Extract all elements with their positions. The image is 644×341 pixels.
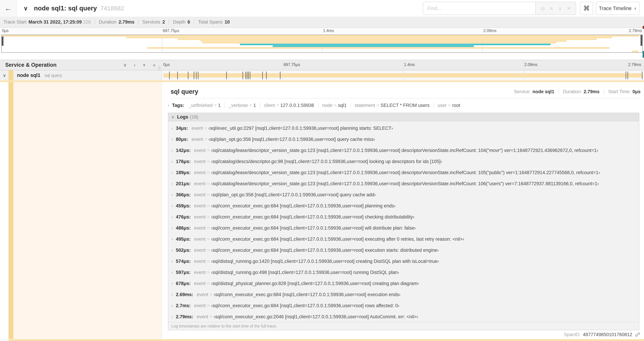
tag-value: root [452, 103, 460, 108]
detail-meta-separator [558, 89, 559, 94]
expand-all-icon[interactable]: » [153, 62, 156, 68]
collapse-all-icon[interactable]: ∨∨ [143, 64, 146, 66]
log-marker-tick[interactable] [248, 72, 249, 79]
log-marker-tick[interactable] [628, 72, 628, 79]
span-color-strip [8, 70, 13, 80]
log-marker-tick[interactable] [226, 72, 227, 79]
detail-color-strip [8, 82, 13, 339]
minimap-right-drag-handle[interactable] [640, 35, 642, 46]
minimap-span-bar [273, 45, 474, 47]
log-entry-row[interactable]: ›366μs:event=‹sql/plan_opt.go:358 [nsql1… [168, 189, 639, 200]
scrollbar-mark [642, 51, 644, 58]
log-entry-row[interactable]: ›34μs:event=‹sql/exec_util.go:2297 [nsql… [168, 123, 639, 134]
log-timestamp: 80μs: [176, 137, 188, 142]
minimap-span-bar [2, 35, 639, 37]
collapse-controls: ∨›∨∨» [123, 60, 156, 70]
span-collapse-icon[interactable]: ∨ [3, 70, 6, 80]
tag-value: SELECT * FROM users [380, 103, 430, 108]
log-entry-row[interactable]: ›142μs:event=‹sql/catalog/lease/descript… [168, 145, 639, 156]
log-entry-row[interactable]: ›201μs:event=‹sql/catalog/lease/descript… [168, 178, 639, 189]
log-entry-row[interactable]: ›597μs:event=‹sql/distsql_running.go:498… [168, 267, 639, 278]
back-button[interactable]: ← [0, 0, 16, 17]
trace-collapse-icon[interactable]: ∨ [24, 0, 28, 17]
summary-value: 10 [224, 20, 230, 25]
collapse-one-icon[interactable]: ∨ [123, 62, 127, 68]
log-entry-row[interactable]: ›2.79ms:event=‹sql/conn_executor_exec.go… [168, 311, 639, 322]
log-entry-row[interactable]: ›678μs:event=‹sql/distsql_physical_plann… [168, 278, 639, 289]
log-entry-row[interactable]: ›176μs:event=‹sql/catalog/descs/descript… [168, 156, 639, 167]
span-name-column[interactable]: ∨ node sql1 sql query [0, 70, 162, 80]
log-marker-tick[interactable] [242, 72, 243, 79]
log-field-key: event [197, 314, 208, 319]
log-marker-tick[interactable] [177, 72, 178, 79]
log-marker-tick[interactable] [266, 72, 266, 79]
summary-label: Trace Start [4, 20, 26, 25]
trace-view-dropdown[interactable]: Trace Timeline ∨ [596, 2, 640, 15]
tags-row[interactable]: › Tags: _unfinished=1_verbose=1client=12… [168, 101, 640, 110]
log-field-value: ‹sql/plan_opt.go:358 [nsql1,client=127.0… [208, 137, 375, 142]
log-entry-row[interactable]: ›502μs:event=‹sql/conn_executor_exec.go:… [168, 245, 639, 256]
span-bar-lane[interactable] [162, 70, 644, 80]
link-icon[interactable] [635, 332, 640, 337]
minimap-tick-label: 0μs [2, 29, 9, 33]
log-marker-tick[interactable] [280, 72, 280, 79]
log-field-key: event [194, 181, 206, 186]
minimap-span-bar [202, 42, 556, 44]
minimap-left-drag-handle[interactable] [2, 35, 4, 46]
back-arrow-icon: ← [4, 4, 12, 13]
tag-separator [260, 103, 260, 108]
log-marker-tick[interactable] [642, 72, 642, 79]
log-field-key: event [194, 281, 206, 286]
timeline-tick-label: 0μs [163, 62, 170, 67]
summary-separator [138, 20, 138, 25]
chevron-right-icon: › [172, 281, 173, 286]
minimap-span-bar [178, 39, 597, 40]
expand-one-icon[interactable]: › [134, 62, 136, 68]
log-marker-tick[interactable] [247, 72, 248, 79]
detail-meta: Service:node sql1Duration:2.79msStart Ti… [514, 89, 640, 94]
log-timestamp: 459μs: [176, 203, 191, 209]
scrollbar-thumb[interactable] [642, 26, 644, 29]
find-input[interactable] [423, 2, 535, 15]
log-marker-tick[interactable] [194, 72, 194, 79]
log-marker-tick[interactable] [262, 72, 263, 79]
clear-search-icon[interactable]: ✕ [567, 6, 571, 11]
log-field-value: ‹sql/conn_executor_exec.go:684 [nsql1,cl… [211, 214, 414, 220]
prev-match-icon[interactable]: ∧ [550, 6, 554, 11]
logs-count: (18) [190, 114, 198, 120]
tag-item: statement=SELECT * FROM users [354, 103, 430, 108]
locate-icon[interactable]: ◎ [541, 6, 545, 11]
log-entry-row[interactable]: ›486μs:event=‹sql/conn_executor_exec.go:… [168, 222, 639, 234]
next-match-icon[interactable]: ∨ [558, 6, 562, 11]
log-marker-tick[interactable] [198, 72, 198, 79]
log-field-value: ‹sql/exec_util.go:2297 [nsql1,client=127… [208, 126, 393, 131]
log-marker-tick[interactable] [250, 72, 250, 79]
logs-header[interactable]: ∨ Logs (18) [168, 113, 639, 121]
chevron-right-icon: › [172, 226, 173, 230]
log-field-value: ‹sql/distsql_running.go:498 [nsql1,clien… [211, 270, 399, 275]
log-entry-row[interactable]: ›189μs:event=‹sql/catalog/lease/descript… [168, 167, 639, 178]
log-marker-tick[interactable] [188, 72, 188, 79]
operation-label: sql query [44, 73, 62, 78]
log-entry-row[interactable]: ›574μs:event=‹sql/distsql_running.go:142… [168, 256, 639, 267]
log-entry-row[interactable]: ›2.7ms:event=‹sql/conn_executor_exec.go:… [168, 300, 639, 311]
minimap-span-bar [240, 44, 551, 45]
chevron-down-icon: ∨ [172, 115, 174, 119]
log-marker-tick[interactable] [626, 72, 626, 79]
top-bar: ← ∨ node sql1: sql query 7418682 ◎ ∧ ∨ ✕… [0, 0, 644, 17]
minimap-tick-label: 2.09ms [483, 29, 496, 33]
log-marker-tick[interactable] [246, 72, 246, 79]
log-entry-row[interactable]: ›495μs:event=‹sql/conn_executor_exec.go:… [168, 234, 639, 245]
trace-minimap: 0μs697.75μs1.4ms2.09ms2.79ms [0, 28, 644, 53]
log-entry-row[interactable]: ›80μs:event=‹sql/plan_opt.go:358 [nsql1,… [168, 134, 639, 145]
log-entry-row[interactable]: ›459μs:event=‹sql/conn_executor_exec.go:… [168, 200, 639, 211]
log-field-key: event [194, 159, 206, 164]
keyboard-shortcuts-button[interactable]: ⌘ [580, 2, 593, 15]
column-resize-grip[interactable] [158, 66, 160, 70]
log-marker-tick[interactable] [196, 72, 196, 79]
log-marker-tick[interactable] [169, 72, 170, 79]
summary-value: March 31 2022, 17:25:09.326 [28, 20, 91, 25]
minimap-canvas[interactable] [2, 35, 642, 53]
log-entry-row[interactable]: ›476μs:event=‹sql/conn_executor_exec.go:… [168, 211, 639, 222]
log-entry-row[interactable]: ›2.69ms:event=‹sql/conn_executor_exec.go… [168, 289, 639, 300]
